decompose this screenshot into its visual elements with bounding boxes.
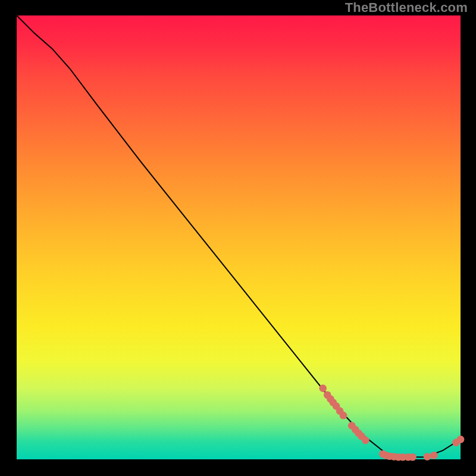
scatter-group [319, 384, 464, 461]
bottleneck-curve [17, 15, 461, 457]
scatter-point [424, 453, 431, 461]
scatter-point [457, 436, 465, 443]
scatter-point [430, 452, 438, 459]
chart-svg [17, 15, 461, 459]
scatter-point [362, 437, 369, 444]
plot-area [17, 15, 461, 459]
scatter-point [340, 412, 347, 419]
watermark-label: TheBottleneck.com [345, 0, 468, 15]
scatter-point [409, 453, 416, 461]
chart-container: TheBottleneck.com [0, 0, 476, 476]
scatter-point [319, 384, 327, 392]
